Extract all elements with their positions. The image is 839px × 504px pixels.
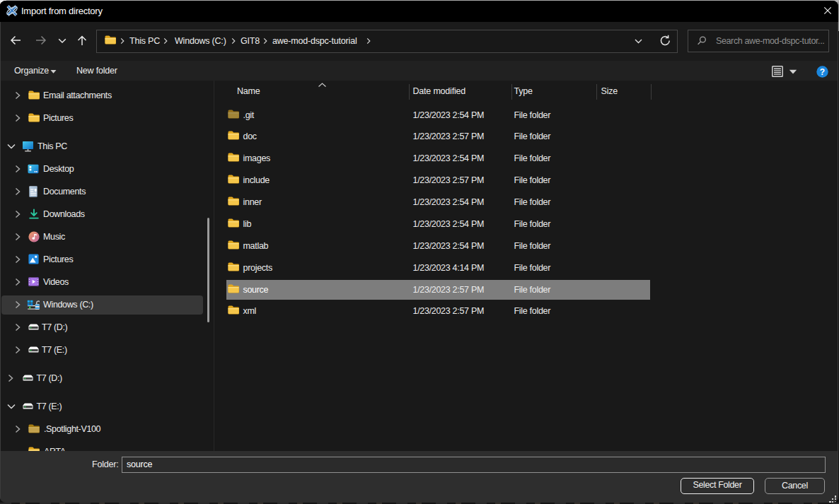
svg-text:?: ? [819, 67, 824, 77]
